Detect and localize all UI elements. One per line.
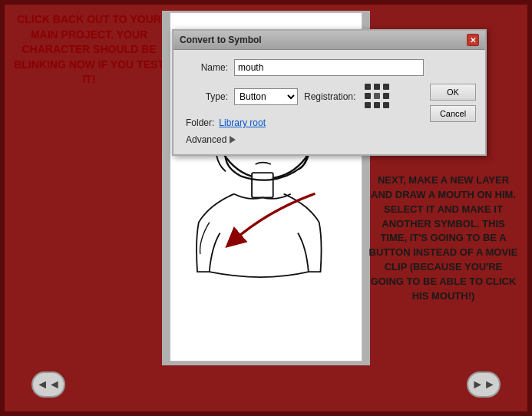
dialog-titlebar: Convert to Symbol ✕	[173, 31, 485, 50]
nav-back-button[interactable]: ◄◄	[31, 371, 65, 398]
nav-forward-button[interactable]: ►►	[467, 371, 501, 398]
reg-dot-4	[365, 93, 371, 99]
reg-dot-8	[374, 102, 380, 108]
top-right-instruction: Next, make a new layer and draw a mouth …	[368, 173, 518, 304]
reg-dot-2	[374, 84, 380, 90]
dialog-buttons: OK Cancel	[430, 84, 476, 122]
nav-back-icon: ◄◄	[36, 378, 61, 391]
reg-dot-9	[383, 102, 389, 108]
reg-dot-3	[383, 84, 389, 90]
type-row: Type: Button Movie Clip Graphic Registra…	[186, 84, 424, 110]
type-label: Type:	[186, 91, 228, 102]
name-label: Name:	[186, 62, 228, 73]
top-left-instruction: Click back out to your main project. You…	[12, 12, 166, 87]
registration-grid[interactable]	[365, 84, 391, 110]
ok-button[interactable]: OK	[430, 84, 476, 101]
type-select[interactable]: Button Movie Clip Graphic	[234, 88, 298, 105]
advanced-row[interactable]: Advanced	[186, 134, 424, 145]
dialog-title: Convert to Symbol	[180, 35, 262, 45]
name-input[interactable]	[234, 59, 424, 76]
reg-dot-7	[365, 102, 371, 108]
reg-dot-6	[383, 93, 389, 99]
advanced-label: Advanced	[186, 134, 226, 145]
outer-border: Click back out to your main project. You…	[0, 0, 532, 416]
convert-to-symbol-dialog: Convert to Symbol ✕ Name: Type: Button M…	[172, 29, 487, 156]
svg-rect-1	[252, 173, 273, 197]
advanced-arrow-icon	[230, 136, 236, 144]
dialog-body: Name: Type: Button Movie Clip Graphic Re…	[173, 50, 485, 154]
nav-forward-icon: ►►	[471, 378, 496, 391]
name-row: Name:	[186, 59, 424, 76]
folder-label: Folder:	[186, 117, 214, 128]
dialog-close-button[interactable]: ✕	[467, 34, 479, 46]
cancel-button[interactable]: Cancel	[430, 105, 476, 122]
reg-dot-5	[374, 93, 380, 99]
folder-row: Folder: Library root	[186, 117, 424, 128]
folder-link[interactable]: Library root	[219, 117, 266, 128]
reg-dot-1	[365, 84, 371, 90]
registration-label: Registration:	[304, 91, 355, 102]
